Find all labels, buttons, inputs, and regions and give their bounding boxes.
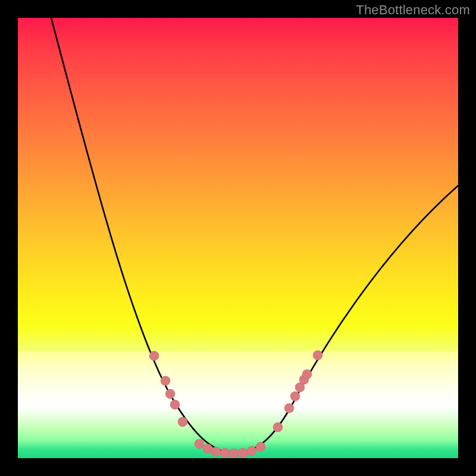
highlight-marker [256,442,265,452]
highlight-marker [165,389,175,399]
highlight-marker [178,417,187,427]
highlight-marker [247,446,256,456]
chart-frame: TheBottleneck.com [0,0,476,476]
highlight-marker [284,403,294,413]
highlight-marker [170,400,180,409]
highlight-marker [220,448,230,458]
highlight-marker [290,392,300,401]
plot-area [18,18,458,458]
highlight-marker [273,422,283,432]
highlight-markers [149,350,322,458]
bottleneck-curve [51,18,458,453]
highlight-marker [203,444,212,453]
highlight-marker [195,439,204,449]
highlight-marker [229,449,239,458]
highlight-marker [313,350,322,360]
highlight-marker [211,447,221,456]
highlight-marker [302,369,312,379]
highlight-marker [161,376,170,386]
watermark-text: TheBottleneck.com [356,2,470,18]
highlight-marker [238,448,248,458]
highlight-marker [149,351,159,361]
chart-svg [18,18,458,458]
